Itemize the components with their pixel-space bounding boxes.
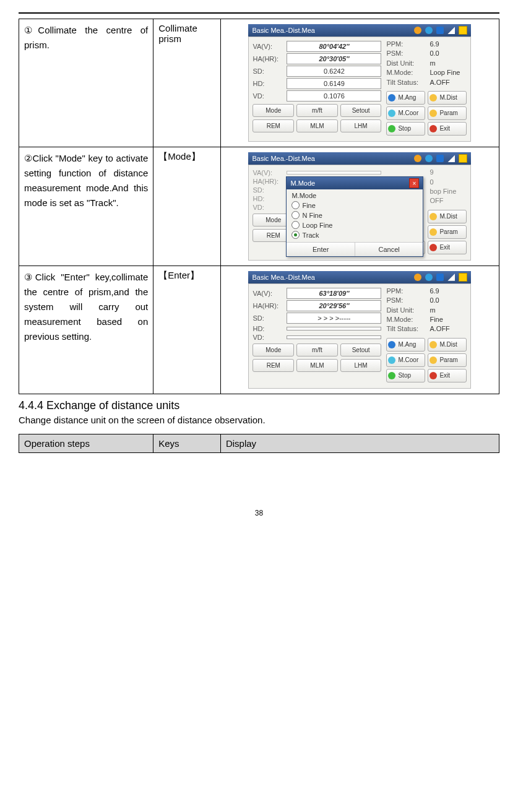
radio-loop fine[interactable]: Loop Fine (291, 221, 418, 229)
readings-left: VA(V):63°18′09″ HA(HR):20°29′56″ SD:> > … (253, 287, 381, 384)
btn-lhm[interactable]: LHM (340, 119, 382, 132)
param-icon (430, 356, 437, 364)
btn-setout[interactable]: Setout (340, 343, 382, 356)
bluetooth-icon (436, 155, 444, 162)
btn-mdist[interactable]: M.Dist (428, 338, 467, 352)
battery-icon (459, 273, 467, 282)
mdist-icon (430, 341, 437, 348)
radio-icon (291, 201, 300, 209)
btn-param[interactable]: Param (428, 106, 467, 120)
device-screenshot: Basic Mea.-Dist.Mea VA(V):80°04′42″ HA(H… (248, 24, 471, 142)
stop-icon (388, 125, 395, 132)
window-title: Basic Mea.-Dist.Mea (252, 27, 314, 34)
radio-icon (291, 231, 300, 239)
radio-n fine[interactable]: N Fine (291, 211, 418, 219)
device-screenshot: Basic Mea.-Dist.Mea M.Mode × M.Mode Fine (248, 152, 471, 261)
radio-label: N Fine (302, 212, 322, 219)
btn-mang[interactable]: M.Ang (386, 338, 425, 352)
signal-icon (447, 155, 455, 162)
gear-icon (414, 155, 421, 162)
dialog-heading: M.Mode (291, 192, 418, 199)
btn-mcoor[interactable]: M.Coor (386, 353, 425, 367)
mmode-dialog: M.Mode × M.Mode Fine N Fine Loop Fine Tr… (286, 176, 423, 257)
battery-icon (459, 154, 467, 163)
header-op: Operation steps (19, 434, 153, 452)
btn-mode[interactable]: Mode (253, 104, 294, 117)
battery-icon (459, 26, 467, 35)
btn-setout[interactable]: Setout (340, 104, 382, 117)
dialog-cancel-button[interactable]: Cancel (355, 243, 423, 256)
mcoor-icon (388, 356, 395, 364)
window-titlebar: Basic Mea.-Dist.Mea (248, 271, 471, 283)
btn-mft[interactable]: m/ft (296, 343, 338, 356)
key-cell: 【Enter】 (153, 266, 221, 394)
mdist-icon (430, 213, 437, 220)
top-rule (19, 12, 499, 14)
header-display: Display (220, 434, 499, 452)
window-titlebar: Basic Mea.-Dist.Mea (248, 24, 471, 37)
window-titlebar: Basic Mea.-Dist.Mea (248, 152, 471, 165)
btn-exit[interactable]: Exit (428, 122, 467, 136)
bluetooth-icon (436, 274, 444, 281)
step-cell: ①Collimate the centre of prism. (19, 19, 153, 147)
steps-table: ①Collimate the centre of prism. Collimat… (19, 19, 499, 394)
radio-track[interactable]: Track (291, 231, 418, 239)
signal-icon (447, 274, 455, 281)
btn-mlm[interactable]: MLM (296, 359, 338, 372)
key-cell: 【Mode】 (153, 147, 221, 266)
btn-stop[interactable]: Stop (386, 122, 425, 136)
signal-icon (447, 27, 455, 34)
status-icons (412, 26, 467, 35)
btn-param[interactable]: Param (428, 353, 467, 367)
radio-fine[interactable]: Fine (291, 201, 418, 209)
btn-exit[interactable]: Exit (428, 241, 467, 254)
radio-icon (291, 221, 300, 229)
param-icon (430, 228, 437, 236)
readings-left: VA(V):80°04′42″ HA(HR):20°30′05″ SD:0.62… (253, 40, 381, 137)
mcoor-icon (388, 110, 395, 117)
btn-mcoor[interactable]: M.Coor (386, 106, 425, 120)
btn-mlm[interactable]: MLM (296, 119, 338, 132)
btn-stop[interactable]: Stop (386, 369, 425, 382)
mang-icon (388, 341, 395, 348)
btn-mft[interactable]: m/ft (296, 104, 338, 117)
gear-icon (414, 274, 421, 281)
header-keys: Keys (153, 434, 221, 452)
gear2-icon (425, 27, 433, 34)
dialog-title: M.Mode (290, 179, 315, 187)
page-number: 38 (19, 509, 499, 517)
step-cell: ②Click "Mode" key to activate setting fu… (19, 147, 153, 266)
window-title: Basic Mea.-Dist.Mea (252, 155, 314, 162)
table-row: ③Click "Enter" key,collimate the centre … (19, 266, 499, 394)
status-icons (412, 154, 467, 163)
bluetooth-icon (436, 27, 444, 34)
info-panel: PPM:6.9 PSM:0.0 Dist Unit:m M.Mode:Loop … (386, 40, 467, 137)
mang-icon (388, 94, 395, 102)
gear2-icon (425, 155, 433, 162)
key-cell: Collimate prism (153, 19, 221, 147)
display-cell: Basic Mea.-Dist.Mea VA(V):80°04′42″ HA(H… (220, 19, 499, 147)
btn-mang[interactable]: M.Ang (386, 91, 425, 105)
side-buttons: M.Ang M.Dist M.Coor Param Stop Exit (386, 91, 467, 136)
step-cell: ③Click "Enter" key,collimate the centre … (19, 266, 153, 394)
dialog-enter-button[interactable]: Enter (287, 243, 355, 256)
window-title: Basic Mea.-Dist.Mea (252, 274, 314, 281)
exit-icon (430, 244, 437, 251)
btn-lhm[interactable]: LHM (340, 359, 382, 372)
btn-mdist[interactable]: M.Dist (428, 210, 467, 223)
exit-icon (430, 125, 437, 132)
mdist-icon (430, 94, 437, 102)
section-title: 4.4.4 Exchange of distance units (19, 399, 499, 412)
btn-rem[interactable]: REM (253, 359, 294, 372)
btn-mdist[interactable]: M.Dist (428, 91, 467, 105)
gear-icon (414, 27, 421, 34)
btn-rem[interactable]: REM (253, 119, 294, 132)
btn-param[interactable]: Param (428, 225, 467, 239)
stop-icon (388, 372, 395, 379)
device-screenshot: Basic Mea.-Dist.Mea VA(V):63°18′09″ HA(H… (248, 271, 471, 389)
gear2-icon (425, 274, 433, 281)
btn-exit[interactable]: Exit (428, 369, 467, 382)
btn-mode[interactable]: Mode (253, 343, 294, 356)
section-desc: Change distance unit on the screen of di… (19, 415, 499, 425)
close-icon[interactable]: × (409, 178, 419, 188)
